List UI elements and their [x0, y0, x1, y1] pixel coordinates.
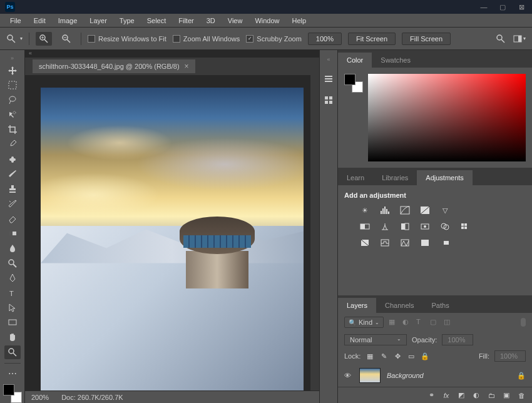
tab-libraries[interactable]: Libraries	[373, 170, 417, 185]
lasso-tool[interactable]	[4, 93, 21, 107]
scrubby-zoom-checkbox[interactable]: Scrubby Zoom	[246, 35, 302, 43]
lock-all-icon[interactable]: 🔒	[421, 352, 429, 360]
posterize-icon[interactable]	[379, 238, 391, 248]
filter-shape-icon[interactable]: ▢	[430, 318, 439, 327]
expand-mid[interactable]: «	[320, 56, 337, 64]
close-button[interactable]: ⊠	[516, 3, 527, 11]
new-group-icon[interactable]: 🗀	[487, 391, 496, 400]
eyedropper-tool[interactable]	[4, 138, 21, 151]
healing-tool[interactable]	[4, 153, 21, 166]
document-tab[interactable]: schilthorn-3033448_640.jpg @ 200% (RGB/8…	[33, 59, 195, 73]
quick-select-tool[interactable]	[4, 108, 21, 122]
eraser-tool[interactable]	[4, 212, 21, 226]
expand-toolbar[interactable]: »	[0, 55, 24, 63]
vibrance-icon[interactable]: ▽	[439, 205, 451, 215]
brightness-contrast-icon[interactable]: ☀	[359, 205, 371, 215]
dodge-tool[interactable]	[4, 257, 21, 270]
threshold-icon[interactable]	[399, 238, 411, 248]
history-panel-icon[interactable]	[322, 73, 335, 85]
delete-layer-icon[interactable]: 🗑	[517, 391, 526, 400]
layer-kind-filter[interactable]: 🔍 Kind ⌄	[344, 317, 384, 328]
type-tool[interactable]: T	[4, 286, 21, 300]
minimize-button[interactable]: —	[478, 3, 489, 11]
zoom-out-button[interactable]	[58, 32, 74, 46]
canvas-viewport[interactable]	[25, 75, 319, 390]
menu-filter[interactable]: Filter	[173, 16, 198, 26]
fill-input[interactable]: 100%	[494, 350, 526, 362]
lock-artboard-icon[interactable]: ▭	[407, 352, 416, 360]
tab-color[interactable]: Color	[338, 53, 372, 68]
menu-view[interactable]: View	[223, 16, 248, 26]
menu-file[interactable]: File	[5, 16, 26, 26]
menu-window[interactable]: Window	[250, 16, 284, 26]
hand-tool[interactable]	[4, 330, 21, 344]
color-lookup-icon[interactable]	[459, 222, 471, 232]
collapse-docarea[interactable]: «	[25, 50, 319, 58]
rectangle-tool[interactable]	[4, 316, 21, 330]
search-icon[interactable]	[496, 34, 506, 44]
lock-position-icon[interactable]: ✥	[393, 352, 402, 360]
pen-tool[interactable]	[4, 271, 21, 285]
hue-sat-icon[interactable]	[359, 222, 371, 232]
lock-pixels-icon[interactable]: ✎	[379, 352, 388, 360]
fg-swatch[interactable]	[344, 74, 356, 85]
foreground-background-swatch[interactable]	[3, 384, 22, 403]
link-layers-icon[interactable]: ⚭	[427, 391, 436, 400]
layer-name-label[interactable]: Background	[387, 372, 424, 379]
blur-tool[interactable]	[4, 242, 21, 255]
zoom-tool[interactable]	[4, 345, 21, 359]
exposure-icon[interactable]	[419, 205, 431, 215]
layer-mask-icon[interactable]: ◩	[457, 391, 466, 400]
close-tab-icon[interactable]: ×	[185, 62, 189, 71]
marquee-tool[interactable]	[4, 79, 21, 93]
tab-paths[interactable]: Paths	[423, 298, 458, 313]
fit-screen-button[interactable]: Fit Screen	[348, 33, 396, 45]
menu-3d[interactable]: 3D	[202, 16, 220, 26]
gradient-map-icon[interactable]	[439, 238, 451, 248]
zoom-status[interactable]: 200%	[31, 394, 49, 401]
stamp-tool[interactable]	[4, 182, 21, 196]
zoom-100-button[interactable]: 100%	[308, 33, 342, 45]
move-tool[interactable]	[4, 64, 21, 78]
filter-pixel-icon[interactable]: ▦	[389, 318, 397, 327]
levels-icon[interactable]	[379, 205, 391, 215]
lock-transparent-icon[interactable]: ▦	[366, 352, 374, 360]
new-fill-layer-icon[interactable]: ◐	[472, 391, 481, 400]
tab-channels[interactable]: Channels	[376, 298, 422, 313]
menu-image[interactable]: Image	[53, 16, 83, 26]
properties-panel-icon[interactable]	[322, 94, 335, 106]
vertical-scrollbar[interactable]	[310, 75, 319, 390]
layer-style-icon[interactable]: fx	[442, 391, 451, 400]
crop-tool[interactable]	[4, 123, 21, 137]
brush-tool[interactable]	[4, 168, 21, 181]
layer-thumbnail[interactable]	[359, 368, 381, 383]
foreground-color[interactable]	[3, 384, 14, 395]
layer-row-background[interactable]: 👁 Background 🔒	[338, 364, 532, 387]
curves-icon[interactable]	[399, 205, 411, 215]
invert-icon[interactable]	[359, 238, 371, 248]
menu-help[interactable]: Help	[287, 16, 312, 26]
color-balance-icon[interactable]	[379, 222, 391, 232]
filter-type-icon[interactable]: T	[416, 318, 425, 327]
opacity-input[interactable]: 100%	[442, 334, 473, 345]
color-picker-field[interactable]	[368, 74, 526, 161]
gradient-tool[interactable]	[4, 227, 21, 240]
zoom-in-button[interactable]	[36, 32, 52, 46]
blend-mode-select[interactable]: Normal ⌄	[344, 334, 407, 345]
workspace-switcher[interactable]: ▾	[513, 34, 526, 43]
menu-select[interactable]: Select	[142, 16, 171, 26]
tab-layers[interactable]: Layers	[338, 298, 376, 313]
menu-layer[interactable]: Layer	[84, 16, 112, 26]
selective-color-icon[interactable]	[419, 238, 431, 248]
new-layer-icon[interactable]: ▣	[502, 391, 511, 400]
tab-swatches[interactable]: Swatches	[372, 53, 419, 68]
zoom-tool-indicator[interactable]: ▾	[6, 34, 23, 44]
filter-smart-icon[interactable]: ◫	[444, 318, 453, 327]
filter-adjustment-icon[interactable]: ◐	[402, 318, 411, 327]
resize-windows-checkbox[interactable]: Resize Windows to Fit	[88, 35, 166, 43]
history-brush-tool[interactable]	[4, 197, 21, 211]
photo-filter-icon[interactable]	[419, 222, 431, 232]
filter-toggle[interactable]	[521, 318, 526, 327]
zoom-all-checkbox[interactable]: Zoom All Windows	[173, 35, 240, 43]
path-select-tool[interactable]	[4, 301, 21, 315]
